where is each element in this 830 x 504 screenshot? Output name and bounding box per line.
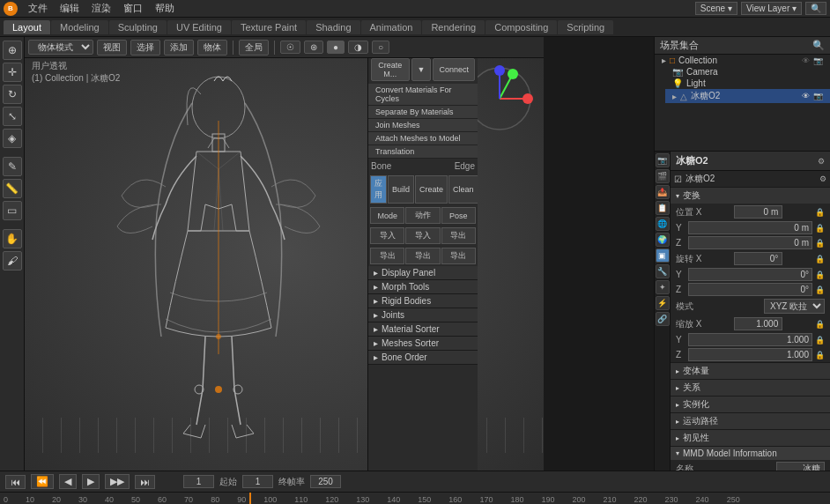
meshes-sorter-header[interactable]: ▸Meshes Sorter	[368, 337, 478, 350]
tab-animation[interactable]: Animation	[361, 20, 422, 34]
rigid-bodies-header[interactable]: ▸Rigid Bodies	[368, 294, 478, 308]
lock-x-icon[interactable]: 🔒	[815, 208, 825, 217]
mmd-name-input[interactable]	[776, 462, 825, 471]
mode-tab[interactable]: Mode	[370, 207, 404, 224]
rotation-x-input[interactable]	[734, 252, 782, 265]
view-menu[interactable]: 视图	[97, 40, 127, 56]
scale-z-input[interactable]	[688, 348, 812, 361]
scene-select[interactable]: Scene ▾	[695, 2, 737, 15]
obj-settings-icon[interactable]: ⚙	[819, 174, 826, 183]
import-btn-2[interactable]: 导入	[405, 227, 440, 244]
scale-x-input[interactable]	[734, 317, 782, 330]
add-menu[interactable]: 添加	[164, 40, 194, 56]
extra-btn[interactable]: 导出	[405, 248, 440, 264]
world-props-icon-btn[interactable]: 🌍	[656, 233, 670, 247]
lock-z-icon[interactable]: 🔒	[815, 239, 825, 248]
outliner-item-light[interactable]: 💡 Light	[665, 78, 830, 89]
motion-path-header[interactable]: ▸ 运动路径	[671, 413, 830, 429]
rot-lock-x[interactable]: 🔒	[815, 255, 825, 263]
brush-tool[interactable]: 🖌	[3, 251, 22, 271]
particles-props-icon-btn[interactable]: ✦	[656, 280, 670, 294]
object-mode-select[interactable]: 物体模式	[28, 40, 93, 55]
tab-modeling[interactable]: Modeling	[51, 20, 108, 34]
lock-y-icon[interactable]: 🔒	[815, 224, 825, 233]
modifier-props-icon-btn[interactable]: 🔧	[656, 264, 670, 278]
bone-order-header[interactable]: ▸Bone Order	[368, 351, 478, 364]
timeline-track[interactable]: 0 10 20 30 40 50 60 70 80 90 100 110 120…	[0, 493, 830, 504]
separate-materials-btn[interactable]: Separate By Materials	[368, 106, 478, 119]
timeline-playhead[interactable]	[249, 493, 251, 504]
scale-lock-z[interactable]: 🔒	[815, 351, 825, 359]
prev-keyframe-btn[interactable]: ⏪	[31, 474, 54, 489]
scale-y-input[interactable]	[688, 333, 812, 346]
build-tab[interactable]: Build	[388, 175, 414, 204]
create-tab[interactable]: Create	[415, 175, 448, 204]
tab-layout[interactable]: Layout	[4, 20, 50, 34]
menu-window[interactable]: 窗口	[118, 1, 148, 16]
viewport-shading-material[interactable]: ◑	[348, 41, 368, 54]
rot-lock-y[interactable]: 🔒	[815, 271, 825, 279]
material-sorter-header[interactable]: ▸Material Sorter	[368, 322, 478, 336]
render-props-icon-btn[interactable]: 🎬	[656, 169, 670, 183]
outliner-item-model[interactable]: ▸ △ 冰糖O2 👁 📷	[665, 89, 830, 103]
instancing-header[interactable]: ▸ 实例化	[671, 397, 830, 412]
viewlayer-props-icon-btn[interactable]: 📋	[656, 201, 670, 215]
search-btn[interactable]: 🔍	[805, 2, 826, 15]
model-vis-icon[interactable]: 👁	[802, 92, 810, 100]
select-menu[interactable]: 选择	[130, 40, 160, 56]
tab-sculpting[interactable]: Sculpting	[109, 20, 167, 34]
scene-props-icon-btn2[interactable]: 🌐	[656, 217, 670, 231]
play-btn[interactable]: ▶	[82, 474, 100, 489]
viewport-gizmo[interactable]: ⊛	[304, 41, 323, 54]
outliner-item-camera[interactable]: 📷 Camera	[665, 66, 830, 78]
join-meshes-btn[interactable]: Join Meshes	[368, 119, 478, 132]
prev-frame-btn[interactable]: ◀	[59, 474, 77, 489]
tab-scripting[interactable]: Scripting	[558, 20, 613, 34]
tab-rendering[interactable]: Rendering	[422, 20, 485, 34]
menu-edit[interactable]: 编辑	[55, 1, 85, 16]
cursor-tool[interactable]: ⊕	[3, 41, 22, 60]
object-props-icon-btn[interactable]: ▣	[656, 248, 670, 263]
rot-lock-z[interactable]: 🔒	[815, 285, 825, 294]
clean-tab[interactable]: Clean	[448, 175, 478, 204]
tab-uv-editing[interactable]: UV Editing	[167, 20, 231, 34]
rotation-mode-select[interactable]: XYZ 欧拉	[764, 299, 825, 314]
jump-end-btn[interactable]: ⏭	[135, 475, 155, 489]
output-props-icon-btn[interactable]: 📤	[656, 185, 670, 199]
start-frame-input[interactable]	[242, 475, 273, 488]
jump-start-btn[interactable]: ⏮	[5, 475, 26, 489]
rotation-y-input[interactable]	[688, 268, 812, 281]
joints-header[interactable]: ▸Joints	[368, 308, 478, 322]
tab-shading[interactable]: Shading	[307, 20, 359, 34]
scale-lock-x[interactable]: 🔒	[815, 320, 825, 329]
annotate-tool[interactable]: ✎	[3, 157, 22, 176]
tab-texture-paint[interactable]: Texture Paint	[232, 20, 306, 34]
display-panel-header[interactable]: ▸Display Panel	[368, 266, 478, 279]
viewport-shading-solid[interactable]: ●	[327, 41, 345, 54]
physics-props-icon-btn[interactable]: ⚡	[656, 296, 670, 310]
viewport-shading-rendered[interactable]: ○	[372, 41, 389, 54]
translation-btn[interactable]: Translation	[368, 145, 478, 159]
action-tab[interactable]: 动作	[405, 207, 440, 224]
measure-tool[interactable]: 📏	[3, 179, 22, 198]
menu-help[interactable]: 帮助	[150, 1, 180, 16]
select-box-tool[interactable]: ▭	[3, 201, 22, 220]
transform-header[interactable]: ▾ 变换	[671, 188, 830, 204]
outliner-item-collection[interactable]: ▸ □ Collection 👁 📷	[655, 55, 830, 66]
next-frame-btn[interactable]: ▶▶	[105, 474, 130, 489]
convert-materials-btn[interactable]: Convert Materials For Cycles	[368, 84, 478, 106]
object-menu[interactable]: 物体	[197, 40, 227, 56]
dimensions-header[interactable]: ▸ 变体量	[671, 363, 830, 379]
pose-tab[interactable]: Pose	[441, 207, 476, 224]
constraints-props-icon-btn[interactable]: 🔗	[656, 312, 670, 326]
menu-file[interactable]: 文件	[23, 1, 53, 16]
scale-tool[interactable]: ⤡	[3, 107, 22, 126]
import-btn-1[interactable]: 导入	[370, 227, 404, 244]
relations-header[interactable]: ▸ 关系	[671, 380, 830, 396]
visibility-header[interactable]: ▸ 初见性	[671, 430, 830, 446]
current-frame-input[interactable]	[183, 475, 214, 488]
viewport-overlay[interactable]: ☉	[280, 41, 300, 54]
rotate-tool[interactable]: ↻	[3, 85, 22, 104]
tab-compositing[interactable]: Compositing	[485, 20, 557, 34]
model-render-icon[interactable]: 📷	[813, 92, 823, 100]
